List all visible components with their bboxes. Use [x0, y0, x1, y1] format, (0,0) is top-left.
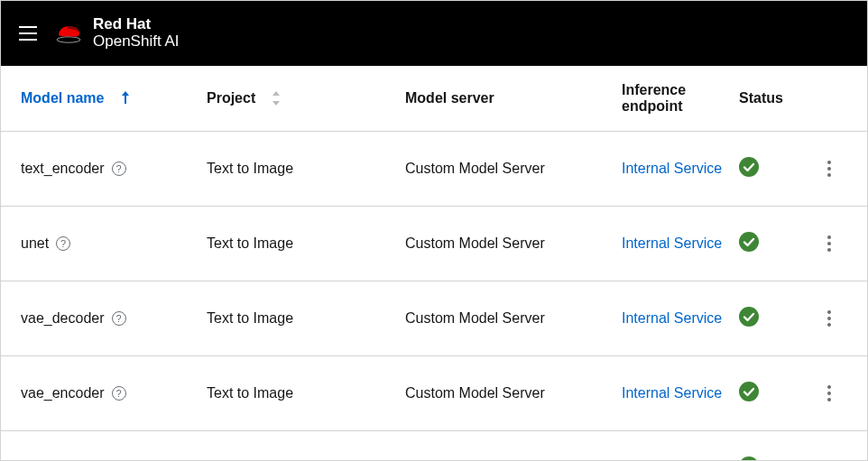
redhat-fedora-icon — [55, 23, 82, 43]
model-server-text: Custom Model Server — [405, 235, 545, 251]
model-server-text: Custom Model Server — [405, 310, 545, 326]
table-row: vae_decoder?Text to ImageCustom Model Se… — [1, 281, 867, 356]
cell-inference-endpoint: Internal Service — [622, 310, 739, 327]
cell-model-name: text_encoder? — [8, 161, 207, 177]
inference-endpoint-link[interactable]: Internal Service — [622, 235, 722, 251]
cell-model-server: Custom Model Server — [405, 385, 622, 401]
cell-actions — [811, 158, 847, 180]
svg-point-0 — [57, 37, 80, 42]
model-name-text: vae_decoder — [21, 310, 105, 327]
status-success-icon — [739, 232, 759, 252]
svg-point-4 — [739, 382, 759, 401]
kebab-menu-button[interactable] — [821, 158, 837, 180]
table-row: yolo?Object DetectionModel ServerInterna… — [1, 431, 867, 461]
column-header-status[interactable]: Status — [739, 90, 811, 106]
column-header-project[interactable]: Project — [207, 90, 405, 106]
inference-endpoint-link[interactable]: Internal Service — [622, 161, 722, 176]
sort-ascending-icon — [120, 91, 131, 106]
status-success-icon — [739, 456, 759, 461]
help-icon[interactable]: ? — [112, 161, 126, 176]
cell-actions — [811, 457, 847, 461]
cell-status — [739, 382, 811, 405]
cell-model-server: Custom Model Server — [405, 161, 622, 177]
app-header: Red Hat OpenShift AI — [1, 1, 867, 66]
svg-point-5 — [739, 456, 759, 461]
cell-actions — [811, 383, 847, 404]
cell-actions — [811, 308, 847, 329]
hamburger-menu-button[interactable] — [19, 26, 37, 41]
table-row: unet?Text to ImageCustom Model ServerInt… — [1, 207, 867, 281]
inference-endpoint-link[interactable]: Internal Service — [622, 385, 722, 401]
project-text: Text to Image — [207, 235, 293, 252]
model-name-text: vae_encoder — [21, 385, 105, 401]
cell-inference-endpoint: Internal Service — [622, 235, 739, 252]
brand-name-line1: Red Hat — [93, 16, 179, 33]
cell-actions — [811, 233, 847, 254]
svg-point-3 — [739, 307, 759, 327]
cell-model-server: Custom Model Server — [405, 310, 622, 327]
cell-status — [739, 456, 811, 461]
cell-status — [739, 157, 811, 180]
status-success-icon — [739, 382, 759, 401]
cell-status — [739, 307, 811, 330]
cell-project: Text to Image — [207, 310, 405, 327]
models-table: Model name Project Model server Inferenc… — [1, 66, 867, 461]
help-icon[interactable]: ? — [112, 311, 126, 326]
svg-point-2 — [739, 232, 759, 252]
help-icon[interactable]: ? — [112, 386, 126, 401]
svg-point-1 — [739, 157, 759, 177]
cell-model-server: Custom Model Server — [405, 235, 622, 252]
brand-logo[interactable]: Red Hat OpenShift AI — [55, 16, 179, 50]
cell-project: Text to Image — [207, 235, 405, 252]
kebab-menu-button[interactable] — [821, 233, 837, 254]
cell-model-name: vae_encoder? — [8, 385, 207, 401]
model-name-text: unet — [21, 235, 49, 252]
column-header-model-name[interactable]: Model name — [8, 90, 207, 106]
cell-model-name: unet? — [8, 235, 207, 252]
table-row: vae_encoder?Text to ImageCustom Model Se… — [1, 356, 867, 431]
model-server-text: Custom Model Server — [405, 385, 545, 401]
cell-project: Text to Image — [207, 161, 405, 177]
model-name-text: text_encoder — [21, 161, 105, 177]
cell-inference-endpoint: Internal Service — [622, 161, 739, 177]
column-header-model-server[interactable]: Model server — [405, 90, 622, 106]
cell-status — [739, 232, 811, 255]
help-icon[interactable]: ? — [56, 236, 70, 251]
kebab-menu-button[interactable] — [821, 383, 837, 404]
table-row: text_encoder?Text to ImageCustom Model S… — [1, 132, 867, 207]
brand-text: Red Hat OpenShift AI — [93, 16, 179, 50]
cell-inference-endpoint: Internal Service — [622, 385, 739, 401]
cell-model-name: vae_decoder? — [8, 310, 207, 327]
status-success-icon — [739, 307, 759, 327]
project-text: Text to Image — [207, 310, 293, 327]
sort-both-icon — [272, 91, 281, 106]
kebab-menu-button[interactable] — [821, 457, 837, 461]
kebab-menu-button[interactable] — [821, 308, 837, 329]
inference-endpoint-link[interactable]: Internal Service — [622, 310, 722, 326]
project-text: Text to Image — [207, 385, 293, 401]
status-success-icon — [739, 157, 759, 177]
column-header-inference-endpoint[interactable]: Inference endpoint — [622, 82, 739, 115]
brand-name-line2: OpenShift AI — [93, 33, 179, 51]
table-header-row: Model name Project Model server Inferenc… — [1, 66, 867, 132]
project-text: Text to Image — [207, 161, 293, 177]
model-server-text: Custom Model Server — [405, 161, 545, 176]
cell-project: Text to Image — [207, 385, 405, 401]
